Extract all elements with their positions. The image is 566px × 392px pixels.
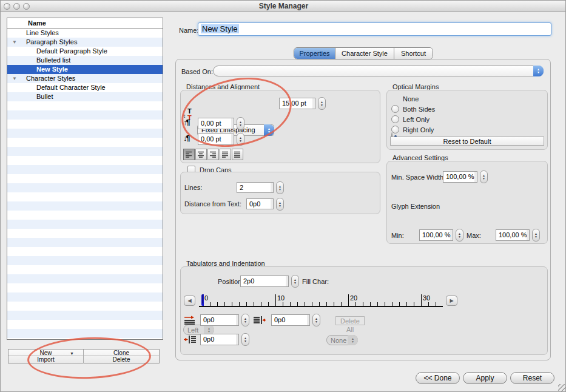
glyph-min-stepper[interactable]: ▲▼ bbox=[456, 229, 463, 242]
right-indent-stepper[interactable]: ▲▼ bbox=[312, 314, 320, 326]
radio-both-sides-label: Both Sides bbox=[403, 106, 435, 113]
space-below-stepper[interactable]: ▲▼ bbox=[237, 133, 244, 146]
list-item[interactable]: ▼Character Styles bbox=[7, 74, 163, 83]
fill-char-label: Fill Char: bbox=[302, 278, 329, 285]
tab-character-style[interactable]: Character Style bbox=[335, 48, 394, 59]
distance-from-text-input[interactable]: 0p0 bbox=[246, 198, 274, 209]
combo-arrows-icon: ▲▼ bbox=[348, 335, 358, 345]
list-empty-row bbox=[7, 220, 163, 229]
list-empty-row bbox=[7, 174, 163, 183]
done-button[interactable]: << Done bbox=[416, 372, 460, 384]
list-empty-row bbox=[7, 165, 163, 174]
radio-both-sides[interactable] bbox=[391, 105, 399, 113]
glyph-extension-label: Glyph Extension bbox=[391, 203, 440, 210]
first-line-indent-input[interactable]: 0p0 bbox=[200, 314, 239, 326]
distance-from-text-stepper[interactable]: ▲▼ bbox=[276, 198, 284, 211]
align-right-button[interactable] bbox=[207, 149, 219, 160]
align-force-justify-button[interactable] bbox=[232, 149, 243, 160]
glyph-min-input[interactable]: 100,00 % bbox=[419, 229, 453, 241]
lines-label: Lines: bbox=[184, 184, 202, 191]
right-indent-input[interactable]: 0p0 bbox=[271, 314, 310, 326]
align-left-icon bbox=[186, 151, 192, 158]
apply-button[interactable]: Apply bbox=[463, 372, 507, 384]
list-empty-row bbox=[7, 192, 163, 201]
tab-ruler[interactable]: 0 10 20 30 bbox=[199, 294, 443, 307]
glyph-min-label: Min: bbox=[391, 232, 404, 239]
list-item[interactable]: Line Styles bbox=[7, 29, 163, 38]
name-label: Name: bbox=[179, 27, 198, 34]
combo-arrows-icon[interactable]: ▲▼ bbox=[264, 124, 274, 136]
based-on-select[interactable]: ▲▼ bbox=[213, 66, 544, 76]
glyph-max-stepper[interactable]: ▲▼ bbox=[532, 229, 540, 242]
align-left-button[interactable] bbox=[183, 149, 195, 160]
list-empty-row bbox=[7, 201, 163, 211]
styles-rows: Line Styles ▼Paragraph Styles Default Pa… bbox=[7, 29, 163, 340]
list-empty-row bbox=[7, 320, 163, 329]
ruler-scroll-right-button[interactable]: ▶ bbox=[446, 296, 457, 306]
position-label: Position: bbox=[218, 278, 243, 285]
radio-right-only[interactable] bbox=[391, 126, 399, 133]
list-empty-row bbox=[7, 120, 163, 129]
reset-to-default-button[interactable]: Reset to Default bbox=[390, 137, 544, 146]
linespacing-value-input[interactable]: 15,00 pt bbox=[279, 98, 315, 109]
radio-right-only-label: Right Only bbox=[403, 126, 434, 133]
radio-left-only-label: Left Only bbox=[403, 116, 430, 123]
glyph-max-label: Max: bbox=[467, 232, 481, 239]
left-indent-stepper[interactable]: ▲▼ bbox=[241, 333, 249, 346]
align-justify-icon bbox=[222, 151, 229, 158]
based-on-label: Based On: bbox=[181, 68, 213, 75]
first-line-indent-stepper[interactable]: ▲▼ bbox=[241, 314, 249, 326]
ruler-number: 0 bbox=[203, 294, 208, 303]
ruler-number: 10 bbox=[275, 294, 285, 303]
linespacing-stepper[interactable]: ▲▼ bbox=[318, 97, 326, 110]
delete-style-button[interactable]: Delete bbox=[84, 356, 159, 363]
reset-button[interactable]: Reset bbox=[510, 372, 554, 384]
right-indent-icon bbox=[254, 316, 266, 325]
lines-input[interactable]: 2 bbox=[237, 182, 274, 193]
tab-properties[interactable]: Properties bbox=[294, 48, 335, 59]
import-style-button[interactable]: Import bbox=[8, 356, 84, 363]
align-right-icon bbox=[210, 151, 217, 158]
expander-triangle-icon[interactable]: ▼ bbox=[12, 39, 17, 46]
align-justify-button[interactable] bbox=[220, 149, 231, 160]
space-above-stepper[interactable]: ▲▼ bbox=[237, 117, 244, 130]
style-name-input[interactable]: New Style bbox=[198, 22, 551, 36]
window-title: Style Manager bbox=[1, 1, 566, 12]
space-above-input[interactable]: 0,00 pt bbox=[198, 118, 234, 129]
list-empty-row bbox=[7, 138, 163, 147]
title-bar: Style Manager bbox=[1, 1, 566, 12]
list-empty-row bbox=[7, 183, 163, 192]
glyph-max-input[interactable]: 100,00 % bbox=[496, 229, 530, 241]
selected-text: New Style bbox=[201, 24, 239, 33]
list-item[interactable]: Default Paragraph Style bbox=[7, 47, 163, 56]
first-line-indent-icon bbox=[184, 316, 197, 325]
position-input[interactable]: 2p0 bbox=[240, 275, 289, 287]
radio-left-only[interactable] bbox=[391, 115, 399, 123]
list-header-name[interactable]: Name bbox=[7, 18, 163, 29]
min-space-width-input[interactable]: 100,00 % bbox=[443, 171, 477, 183]
list-item[interactable]: Bullet bbox=[7, 92, 163, 101]
tab-shortcut[interactable]: Shortcut bbox=[394, 48, 433, 59]
list-item[interactable]: Bulleted list bbox=[7, 56, 163, 65]
list-item-selected[interactable]: New Style bbox=[7, 65, 163, 74]
lines-stepper[interactable]: ▲▼ bbox=[276, 181, 284, 194]
space-below-input[interactable]: 0,00 pt bbox=[198, 133, 234, 145]
expander-triangle-icon[interactable]: ▼ bbox=[12, 75, 17, 82]
list-empty-row bbox=[7, 338, 163, 340]
combo-arrows-icon[interactable]: ▲▼ bbox=[533, 66, 544, 76]
clone-style-button[interactable]: Clone bbox=[84, 350, 159, 356]
list-empty-row bbox=[7, 256, 163, 265]
list-empty-row bbox=[7, 211, 163, 220]
new-style-button[interactable]: New▼ bbox=[8, 350, 84, 356]
ruler-scroll-left-button[interactable]: ◀ bbox=[184, 296, 195, 306]
list-item[interactable]: Default Character Style bbox=[7, 83, 163, 92]
min-space-width-stepper[interactable]: ▲▼ bbox=[480, 171, 488, 183]
position-stepper[interactable]: ▲▼ bbox=[291, 275, 299, 288]
align-center-button[interactable] bbox=[195, 149, 207, 160]
list-empty-row bbox=[7, 292, 163, 302]
list-item[interactable]: ▼Paragraph Styles bbox=[7, 38, 163, 47]
ruler-number: 20 bbox=[348, 294, 357, 303]
left-indent-input[interactable]: 0p0 bbox=[200, 334, 239, 345]
delete-all-button: Delete All bbox=[335, 316, 365, 325]
resize-grip[interactable] bbox=[558, 384, 566, 392]
